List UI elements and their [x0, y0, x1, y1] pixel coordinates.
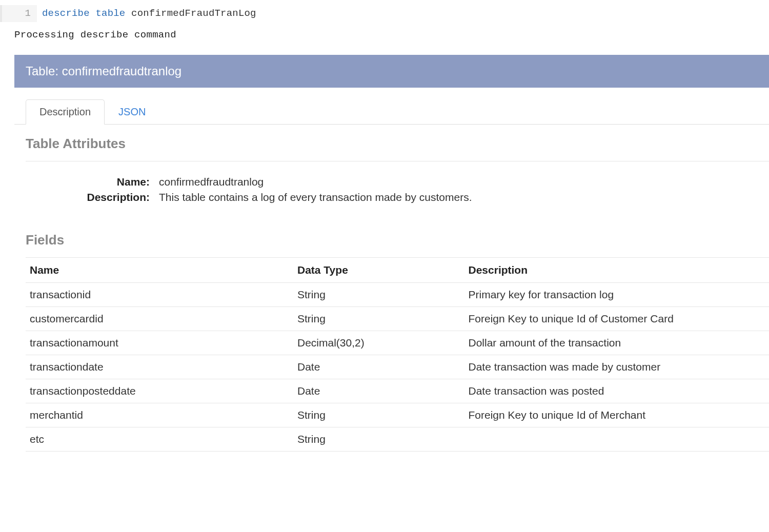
field-name: transactionamount [26, 331, 293, 355]
result-panel: Table: confirmedfraudtranlog Description… [14, 55, 769, 452]
keyword-describe: describe [42, 8, 90, 19]
col-header-description: Description [464, 257, 770, 282]
attr-value-name: confirmedfraudtranlog [159, 176, 264, 188]
line-number-gutter: 1 [0, 5, 37, 22]
attr-label-name: Name: [26, 176, 159, 188]
fields-table: Name Data Type Description transactionid… [26, 257, 769, 452]
field-datatype: String [293, 427, 464, 451]
attr-row-description: Description: This table contains a log o… [26, 191, 769, 203]
section-title-attributes: Table Attributes [14, 125, 769, 161]
field-description: Foreign Key to unique Id of Merchant [464, 403, 770, 427]
field-name: transactionid [26, 282, 293, 306]
table-attributes: Name: confirmedfraudtranlog Description:… [14, 161, 769, 221]
col-header-name: Name [26, 257, 293, 282]
tab-json[interactable]: JSON [105, 99, 159, 125]
field-datatype: Date [293, 379, 464, 403]
field-description: Date transaction was posted [464, 379, 770, 403]
section-title-fields: Fields [14, 221, 769, 257]
tab-description[interactable]: Description [26, 99, 105, 125]
field-datatype: String [293, 403, 464, 427]
tablist: Description JSON [14, 88, 769, 125]
table-row: transactionamountDecimal(30,2)Dollar amo… [26, 331, 769, 355]
table-identifier: confirmedFraudTranLog [131, 8, 256, 19]
fields-header-row: Name Data Type Description [26, 257, 769, 282]
table-row: transactiondateDateDate transaction was … [26, 355, 769, 379]
table-row: transactionidStringPrimary key for trans… [26, 282, 769, 306]
col-header-datatype: Data Type [293, 257, 464, 282]
field-name: merchantid [26, 403, 293, 427]
output-status: Processing describe command [0, 25, 769, 55]
table-row: merchantidStringForeign Key to unique Id… [26, 403, 769, 427]
code-line[interactable]: describe table confirmedFraudTranLog [37, 5, 261, 22]
field-description: Dollar amount of the transaction [464, 331, 770, 355]
field-datatype: String [293, 306, 464, 331]
table-row: etcString [26, 427, 769, 451]
field-description: Foreign Key to unique Id of Customer Car… [464, 306, 770, 331]
table-row: transactionposteddateDateDate transactio… [26, 379, 769, 403]
attr-label-description: Description: [26, 191, 159, 203]
field-description: Primary key for transaction log [464, 282, 770, 306]
panel-header: Table: confirmedfraudtranlog [14, 55, 769, 88]
field-name: etc [26, 427, 293, 451]
line-number: 1 [25, 8, 31, 19]
field-description: Date transaction was made by customer [464, 355, 770, 379]
field-datatype: Date [293, 355, 464, 379]
code-cell[interactable]: 1 describe table confirmedFraudTranLog [0, 0, 769, 25]
attr-value-description: This table contains a log of every trans… [159, 191, 472, 203]
field-datatype: String [293, 282, 464, 306]
field-datatype: Decimal(30,2) [293, 331, 464, 355]
field-name: transactiondate [26, 355, 293, 379]
field-name: transactionposteddate [26, 379, 293, 403]
table-row: customercardidStringForeign Key to uniqu… [26, 306, 769, 331]
attr-row-name: Name: confirmedfraudtranlog [26, 176, 769, 188]
keyword-table: table [95, 8, 125, 19]
field-name: customercardid [26, 306, 293, 331]
field-description [464, 427, 770, 451]
